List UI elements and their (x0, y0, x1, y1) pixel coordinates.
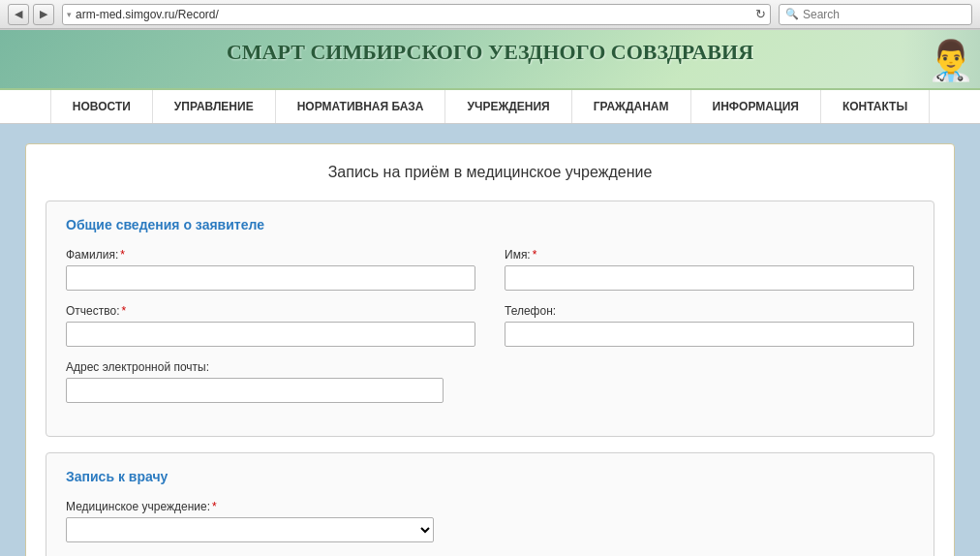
nav-item-citizens[interactable]: ГРАЖДАНАМ (572, 90, 691, 123)
url-bar-wrapper: ▾ ↻ (62, 4, 771, 25)
page-title: Запись на приём в медицинское учреждение (46, 164, 934, 181)
middlename-input[interactable] (66, 322, 475, 347)
url-bar[interactable] (76, 8, 755, 21)
search-input[interactable] (803, 8, 965, 21)
form-group-lastname: Фамилия:* (66, 248, 475, 291)
phone-label: Телефон: (505, 304, 914, 318)
refresh-icon[interactable]: ↻ (755, 7, 766, 21)
main-content: Запись на приём в медицинское учреждение… (0, 124, 980, 556)
nav-item-normbase[interactable]: НОРМАТИВНАЯ БАЗА (276, 90, 446, 123)
email-label: Адрес электронной почты: (66, 360, 444, 374)
search-wrapper: 🔍 (779, 4, 972, 25)
firstname-label: Имя:* (505, 248, 914, 262)
nav-buttons: ◀ ▶ (8, 4, 54, 25)
form-group-phone: Телефон: (505, 304, 914, 347)
section-doctor-appointment: Запись к врачу Медицинское учреждение:* (46, 452, 934, 556)
form-group-middlename: Отчество:* (66, 304, 475, 347)
email-input[interactable] (66, 378, 444, 403)
page-card: Запись на приём в медицинское учреждение… (25, 143, 955, 556)
nav-item-news[interactable]: НОВОСТИ (50, 90, 153, 123)
firstname-required: * (533, 248, 537, 262)
section-doctor-title: Запись к врачу (66, 469, 914, 484)
middlename-label: Отчество:* (66, 304, 475, 318)
page-wrapper: СМАРТ СИМБИРСКОГО УЕЗДНОГО СОВЗДРАВИЯ 👨‍… (0, 30, 980, 556)
form-group-email: Адрес электронной почты: (66, 360, 444, 403)
middlename-required: * (122, 304, 127, 318)
form-row-name: Фамилия:* Имя:* (66, 248, 914, 291)
forward-button[interactable]: ▶ (33, 4, 54, 25)
nav-item-contacts[interactable]: КОНТАКТЫ (821, 90, 930, 123)
nav-item-info[interactable]: ИНФОРМАЦИЯ (691, 90, 821, 123)
url-dropdown-icon: ▾ (67, 10, 72, 19)
browser-toolbar: ◀ ▶ ▾ ↻ 🔍 (0, 0, 980, 29)
doctor-icon: 👨‍⚕️ (927, 38, 975, 83)
lastname-required: * (120, 248, 125, 262)
phone-input[interactable] (505, 322, 914, 347)
search-icon: 🔍 (785, 8, 799, 20)
site-header-title: СМАРТ СИМБИРСКОГО УЕЗДНОГО СОВЗДРАВИЯ (227, 40, 753, 65)
nav-item-management[interactable]: УПРАВЛЕНИЕ (153, 90, 276, 123)
firstname-input[interactable] (505, 265, 914, 291)
section-general-title: Общие сведения о заявителе (66, 217, 914, 232)
form-row-middle-phone: Отчество:* Телефон: (66, 304, 914, 347)
browser-chrome: ◀ ▶ ▾ ↻ 🔍 (0, 0, 980, 30)
back-button[interactable]: ◀ (8, 4, 29, 25)
institution-label: Медицинское учреждение:* (66, 500, 444, 513)
doctor-image-area: 👨‍⚕️ (903, 30, 980, 90)
institution-required: * (212, 500, 217, 513)
institution-select[interactable] (66, 517, 434, 542)
section-general-info: Общие сведения о заявителе Фамилия:* Имя… (46, 201, 934, 437)
lastname-label: Фамилия:* (66, 248, 475, 262)
form-group-institution: Медицинское учреждение:* (66, 500, 444, 542)
form-group-firstname: Имя:* (505, 248, 914, 291)
form-row-institution: Медицинское учреждение:* (66, 500, 444, 542)
nav-item-institutions[interactable]: УЧРЕЖДЕНИЯ (445, 90, 571, 123)
nav-bar: НОВОСТИ УПРАВЛЕНИЕ НОРМАТИВНАЯ БАЗА УЧРЕ… (0, 90, 980, 124)
form-row-email: Адрес электронной почты: (66, 360, 444, 403)
site-header: СМАРТ СИМБИРСКОГО УЕЗДНОГО СОВЗДРАВИЯ 👨‍… (0, 30, 980, 90)
institution-select-wrapper (66, 517, 434, 542)
lastname-input[interactable] (66, 265, 475, 291)
